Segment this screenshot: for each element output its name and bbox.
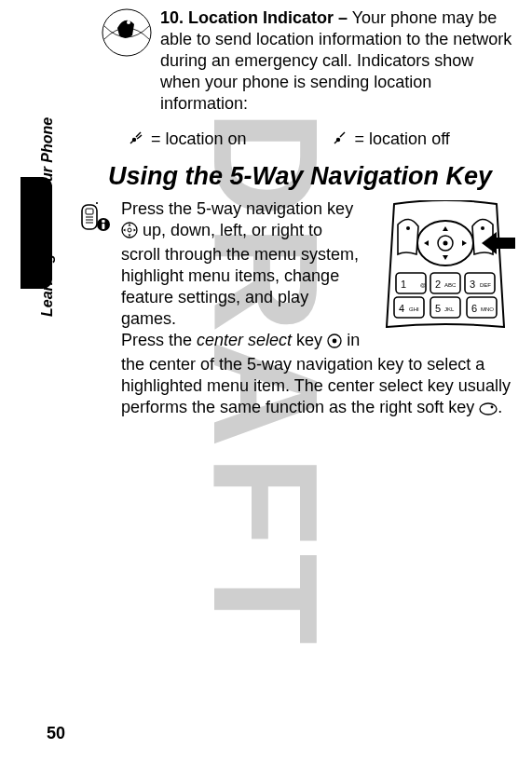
- nav-key-block: 1 @ 2 ABC 3 DEF 4 GHI 5 JKL: [80, 198, 515, 421]
- location-indicator-block: 10. Location Indicator – Your phone may …: [101, 7, 515, 115]
- nav-p2d: .: [498, 398, 502, 416]
- nav-p2b: key: [292, 331, 327, 349]
- five-way-key-icon: [121, 222, 138, 244]
- network-subscription-feature-icon: [101, 7, 153, 58]
- svg-text:2: 2: [435, 279, 441, 290]
- location-indicator-text: 10. Location Indicator – Your phone may …: [160, 7, 515, 115]
- nav-p1a: Press the 5-way navigation key: [121, 199, 353, 218]
- svg-marker-46: [123, 229, 126, 232]
- nav-p1b: up, down, left, or right to scroll throu…: [121, 221, 359, 328]
- svg-point-21: [481, 226, 484, 230]
- nav-p2a: Press the: [121, 331, 197, 349]
- nav-p2-em: center select: [197, 331, 292, 349]
- location-off-label: = location off: [355, 129, 450, 149]
- svg-point-50: [480, 403, 497, 415]
- svg-text:JKL: JKL: [444, 306, 455, 312]
- location-off-icon: [331, 129, 348, 149]
- svg-point-15: [443, 241, 448, 246]
- section-heading: Using the 5-Way Navigation Key: [108, 162, 515, 191]
- location-on-label: = location on: [151, 129, 247, 149]
- nav-key-text: 1 @ 2 ABC 3 DEF 4 GHI 5 JKL: [121, 198, 515, 421]
- svg-rect-12: [102, 224, 104, 229]
- svg-rect-5: [86, 209, 93, 214]
- svg-text:MNO: MNO: [481, 306, 494, 312]
- svg-point-51: [491, 406, 494, 409]
- right-soft-key-icon: [479, 400, 498, 421]
- svg-text:1: 1: [401, 279, 406, 290]
- svg-text:5: 5: [435, 303, 441, 314]
- svg-text:4: 4: [399, 303, 404, 314]
- svg-point-1: [127, 20, 130, 24]
- svg-text:DEF: DEF: [480, 282, 491, 288]
- svg-text:6: 6: [471, 303, 477, 314]
- svg-point-20: [406, 226, 410, 230]
- center-select-key-icon: [327, 333, 342, 354]
- page-number: 50: [47, 724, 65, 743]
- svg-text:GHI: GHI: [409, 306, 419, 312]
- phone-keypad-illustration: 1 @ 2 ABC 3 DEF 4 GHI 5 JKL: [375, 200, 515, 336]
- svg-point-43: [128, 228, 131, 232]
- svg-rect-11: [102, 220, 104, 223]
- location-off-item: = location off: [331, 129, 450, 149]
- location-indicator-heading: 10. Location Indicator –: [160, 8, 348, 27]
- svg-text:@: @: [420, 282, 426, 288]
- svg-marker-45: [129, 235, 131, 238]
- svg-point-49: [333, 339, 337, 344]
- location-icons-row: = location on = location off: [127, 129, 515, 149]
- svg-marker-47: [134, 229, 137, 232]
- phone-info-icon: [80, 202, 112, 237]
- svg-text:3: 3: [470, 279, 475, 290]
- svg-text:ABC: ABC: [444, 282, 457, 288]
- svg-marker-44: [129, 224, 131, 226]
- location-on-item: = location on: [127, 129, 247, 149]
- svg-rect-40: [497, 238, 515, 249]
- location-on-icon: [127, 129, 143, 149]
